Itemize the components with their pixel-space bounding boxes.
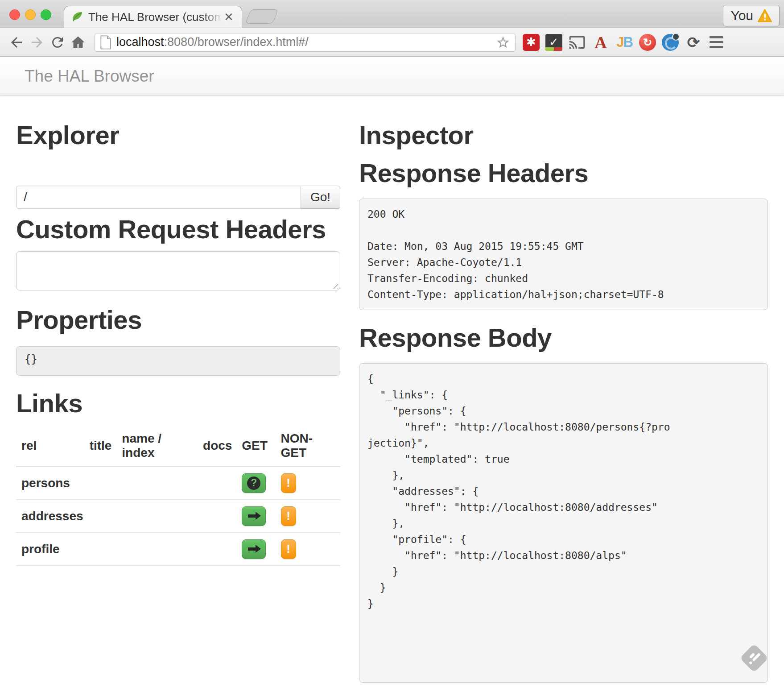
response-headers-box: 200 OK Date: Mon, 03 Aug 2015 19:55:45 G… xyxy=(359,199,768,310)
url-path: :8080/browser/index.html#/ xyxy=(164,35,309,49)
jetbrains-extension-icon[interactable]: JB xyxy=(615,33,633,51)
checkmark-extension-icon[interactable]: ✓ xyxy=(545,34,562,51)
col-name-index: name / index xyxy=(116,425,198,467)
page-navbar: The HAL Browser xyxy=(0,57,784,96)
profile-button[interactable]: You xyxy=(723,5,780,26)
go-button[interactable]: Go! xyxy=(301,186,340,209)
browser-tab[interactable]: The HAL Browser (customiz ✕ xyxy=(64,6,242,28)
home-button[interactable] xyxy=(68,32,88,53)
get-button[interactable] xyxy=(242,539,266,559)
spring-leaf-icon xyxy=(70,10,84,24)
chrome-menu-icon[interactable] xyxy=(710,36,723,48)
forward-button[interactable] xyxy=(27,32,47,53)
address-input-group: Go! xyxy=(16,186,340,209)
custom-headers-textarea[interactable] xyxy=(16,251,340,290)
links-heading: Links xyxy=(16,389,340,418)
arrow-right-icon xyxy=(248,514,256,518)
tab-reloader-extension-icon[interactable]: ⟳ xyxy=(685,33,702,51)
inspector-panel: Inspector Response Headers 200 OK Date: … xyxy=(359,96,768,683)
custom-request-headers-heading: Custom Request Headers xyxy=(16,215,340,244)
get-button[interactable] xyxy=(242,506,266,526)
non-get-button[interactable]: ! xyxy=(281,539,296,559)
page-icon xyxy=(99,35,112,50)
window-zoom-button[interactable] xyxy=(41,9,51,20)
letter-a-extension-icon[interactable]: A xyxy=(592,33,610,51)
cast-extension-icon[interactable] xyxy=(568,33,586,51)
tab-title: The HAL Browser (customiz xyxy=(88,10,222,24)
url-text[interactable]: localhost:8080/browser/index.html#/ xyxy=(116,35,495,49)
lastpass-extension-icon[interactable]: ✱ xyxy=(523,34,540,51)
non-get-button[interactable]: ! xyxy=(281,506,296,526)
arrow-right-icon xyxy=(248,547,256,551)
reload-button[interactable] xyxy=(47,32,68,53)
response-headers-heading: Response Headers xyxy=(359,159,768,188)
page-title: The HAL Browser xyxy=(25,67,154,86)
col-rel: rel xyxy=(16,425,84,467)
rel-label: persons xyxy=(16,467,84,500)
explorer-heading: Explorer xyxy=(16,121,340,150)
table-row: addresses ! xyxy=(16,500,340,533)
col-non-get: NON-GET xyxy=(276,425,340,467)
col-title: title xyxy=(84,425,117,467)
explorer-panel: Explorer Go! Custom Request Headers Prop… xyxy=(16,96,340,683)
properties-value: {} xyxy=(16,346,340,376)
table-row: persons ? ! xyxy=(16,467,340,500)
main-content: Explorer Go! Custom Request Headers Prop… xyxy=(0,96,784,683)
links-header-row: rel title name / index docs GET NON-GET xyxy=(16,425,340,467)
blue-circle-extension-icon[interactable] xyxy=(662,34,679,51)
profile-label: You xyxy=(730,8,753,23)
rel-label: profile xyxy=(16,533,84,566)
warning-triangle-icon xyxy=(758,9,772,22)
table-row: profile ! xyxy=(16,533,340,566)
links-table: rel title name / index docs GET NON-GET … xyxy=(16,425,340,566)
properties-heading: Properties xyxy=(16,306,340,335)
url-host: localhost xyxy=(116,35,164,49)
tab-close-icon[interactable]: ✕ xyxy=(224,11,234,23)
window-close-button[interactable] xyxy=(9,9,20,20)
browser-toolbar: localhost:8080/browser/index.html#/ ✱ ✓ … xyxy=(0,28,784,57)
response-body-box: { "_links": { "persons": { "href": "http… xyxy=(359,363,768,683)
new-tab-button[interactable] xyxy=(245,9,279,24)
inspector-heading: Inspector xyxy=(359,121,768,150)
browser-tab-strip: The HAL Browser (customiz ✕ You xyxy=(0,0,784,28)
window-minimize-button[interactable] xyxy=(25,9,36,20)
get-button[interactable]: ? xyxy=(242,473,266,493)
non-get-button[interactable]: ! xyxy=(281,473,296,493)
rel-label: addresses xyxy=(16,500,84,533)
col-get: GET xyxy=(236,425,275,467)
col-docs: docs xyxy=(198,425,236,467)
extension-icons: ✱ ✓ A JB ↻ ⟳ xyxy=(523,33,702,51)
explorer-address-input[interactable] xyxy=(16,186,301,209)
question-sign-icon: ? xyxy=(247,477,260,490)
custom-headers-wrap xyxy=(16,251,340,292)
address-bar[interactable]: localhost:8080/browser/index.html#/ xyxy=(95,33,516,52)
response-body-heading: Response Body xyxy=(359,323,768,352)
back-button[interactable] xyxy=(6,32,27,53)
red-refresh-extension-icon[interactable]: ↻ xyxy=(639,34,656,51)
bookmark-star-icon[interactable] xyxy=(495,35,511,50)
